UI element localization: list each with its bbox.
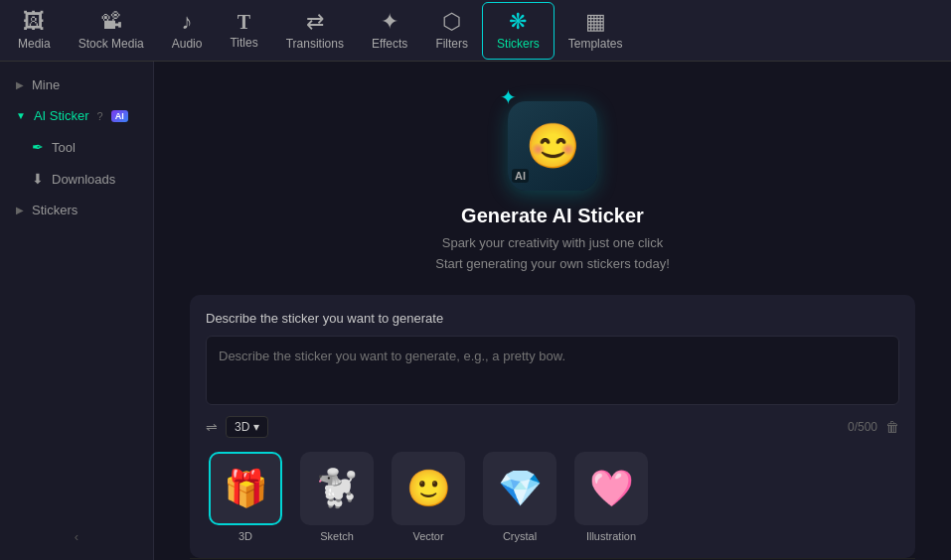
hero-ai-label: AI [512,169,529,183]
media-icon: 🖼 [23,11,45,33]
style-label-vector: Vector [412,530,443,542]
titles-icon: T [238,12,250,32]
toolbar-audio[interactable]: ♪ Audio [158,2,217,60]
toolbar-transitions[interactable]: ⇄ Transitions [272,2,358,60]
generate-panel: Describe the sticker you want to generat… [190,295,915,558]
style-thumb-3d: 🎁 [209,452,282,525]
sidebar-downloads-label: Downloads [52,172,115,187]
style-card-illustration[interactable]: 🩷 Illustration [571,452,651,542]
toolbar-stock-media-label: Stock Media [79,37,144,51]
char-count: 0/500 [848,420,877,434]
style-label-sketch: Sketch [320,530,354,542]
stickers-icon: ❋ [509,11,527,33]
audio-icon: ♪ [182,11,193,33]
stickers-arrow-icon: ▶ [16,205,24,215]
sidebar-ai-sticker-label: AI Sticker [34,108,89,123]
sidebar-item-tool[interactable]: ✒ Tool [4,131,149,163]
panel-right-controls: 0/500 🗑 [848,419,899,435]
style-card-3d[interactable]: 🎁 3D [206,452,285,542]
ai-sticker-arrow-icon: ▼ [16,110,26,121]
toolbar-media[interactable]: 🖼 Media [4,2,65,60]
hero-title: Generate AI Sticker [461,205,644,227]
toolbar-templates-label: Templates [568,37,623,51]
hero-subtitle: Spark your creativity with just one clic… [435,233,670,275]
toolbar-stickers-label: Stickers [497,37,540,51]
sidebar-tool-label: Tool [52,140,76,155]
style-label-crystal: Crystal [503,530,537,542]
main-area: ▶ Mine ▼ AI Sticker ? AI ✒ Tool ⬇ Downlo… [0,62,951,560]
toolbar-stock-media[interactable]: 📽 Stock Media [65,2,158,60]
sparkle-icon: ✦ [500,85,517,109]
panel-left-controls: ⇌ 3D ▾ [206,416,268,438]
sidebar-stickers-label: Stickers [32,203,78,217]
sticker-description-input[interactable] [206,336,899,405]
sidebar-item-mine[interactable]: ▶ Mine [4,70,149,100]
toolbar-titles[interactable]: T Titles [216,2,271,60]
style-dropdown[interactable]: 3D ▾ [226,416,268,438]
style-dropdown-label: 3D [235,420,249,434]
effects-icon: ✦ [381,11,398,33]
toolbar-transitions-label: Transitions [286,37,344,51]
transitions-icon: ⇄ [306,11,324,33]
filters-icon: ⬡ [442,11,461,33]
smiley-emoji: 😊 [526,120,580,172]
toolbar-templates[interactable]: ▦ Templates [555,2,637,60]
shuffle-icon[interactable]: ⇌ [206,419,218,435]
trash-icon[interactable]: 🗑 [885,419,899,435]
style-label-3d: 3D [238,530,252,542]
toolbar-filters-label: Filters [435,37,468,51]
toolbar-titles-label: Titles [230,36,257,50]
toolbar-effects[interactable]: ✦ Effects [358,2,421,60]
downloads-icon: ⬇ [32,171,44,187]
toolbar-effects-label: Effects [372,37,407,51]
style-thumb-crystal: 💎 [483,452,556,525]
style-thumb-vector: 🙂 [392,452,465,525]
sidebar: ▶ Mine ▼ AI Sticker ? AI ✒ Tool ⬇ Downlo… [0,62,154,560]
help-icon: ? [97,110,103,122]
toolbar-audio-label: Audio [172,37,203,51]
style-card-crystal[interactable]: 💎 Crystal [480,452,559,542]
templates-icon: ▦ [585,11,606,33]
toolbar-filters[interactable]: ⬡ Filters [421,2,482,60]
collapse-icon: ‹ [75,529,79,544]
hero-section: 😊 ✦ AI Generate AI Sticker Spark your cr… [435,81,670,275]
tool-icon: ✒ [32,139,44,155]
sidebar-item-stickers[interactable]: ▶ Stickers [4,195,149,225]
style-card-sketch[interactable]: 🐩 Sketch [297,452,377,542]
toolbar: 🖼 Media 📽 Stock Media ♪ Audio T Titles ⇄… [0,0,951,62]
sidebar-item-downloads[interactable]: ⬇ Downloads [4,163,149,195]
hero-subtitle-line2: Start generating your own stickers today… [435,256,670,271]
sidebar-mine-label: Mine [32,77,60,92]
hero-subtitle-line1: Spark your creativity with just one clic… [442,235,664,250]
hero-icon-wrap: 😊 ✦ AI [498,81,607,191]
panel-controls: ⇌ 3D ▾ 0/500 🗑 [206,416,899,438]
style-thumb-sketch: 🐩 [300,452,374,525]
content-area: 😊 ✦ AI Generate AI Sticker Spark your cr… [154,62,951,560]
stock-media-icon: 📽 [100,11,122,33]
mine-arrow-icon: ▶ [16,79,24,90]
style-thumb-illustration: 🩷 [574,452,648,525]
style-grid: 🎁 3D 🐩 Sketch 🙂 Vector 💎 Crystal 🩷 [206,452,899,542]
toolbar-media-label: Media [18,37,51,51]
sidebar-item-ai-sticker[interactable]: ▼ AI Sticker ? AI [4,100,149,131]
dropdown-arrow-icon: ▾ [253,420,259,434]
sidebar-collapse-button[interactable]: ‹ [0,521,153,552]
style-label-illustration: Illustration [586,530,636,542]
panel-label: Describe the sticker you want to generat… [206,311,899,326]
ai-badge: AI [111,110,128,122]
toolbar-stickers[interactable]: ❋ Stickers [482,2,555,60]
style-card-vector[interactable]: 🙂 Vector [389,452,468,542]
